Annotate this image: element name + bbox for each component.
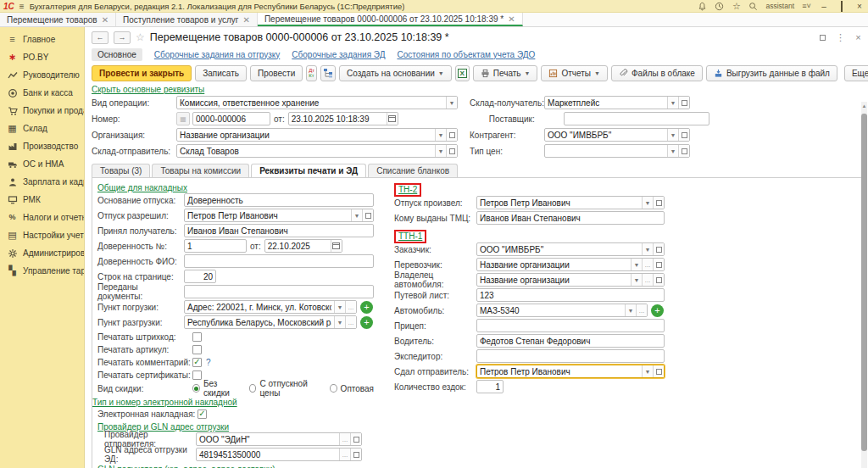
forwarder-input[interactable] <box>477 350 664 362</box>
open-link-button[interactable] <box>678 97 689 109</box>
sidebar-item-fixed-assets[interactable]: ОС и НМА <box>0 155 84 173</box>
open-link-button[interactable] <box>678 145 689 157</box>
sidebar-item-bank-cash[interactable]: Банк и касса <box>0 84 84 102</box>
forwarder-field[interactable] <box>476 349 665 363</box>
sidebar-item-purchases-sales[interactable]: Покупки и продажи <box>0 102 84 120</box>
proxy-fio-input[interactable] <box>185 255 373 267</box>
lines-per-page-field[interactable] <box>184 270 216 283</box>
choose-button[interactable]: … <box>642 274 653 286</box>
price-type-input[interactable] <box>545 145 667 157</box>
car-owner-input[interactable] <box>477 274 631 286</box>
forward-button[interactable]: → <box>114 31 131 44</box>
post-and-close-button[interactable]: Провести и закрыть <box>92 65 192 81</box>
trips-count-input[interactable] <box>477 381 503 393</box>
dropdown-button[interactable]: ▼ <box>334 316 345 328</box>
favorites-star-icon[interactable]: ☆ <box>732 2 741 11</box>
tmc-issued-field[interactable] <box>476 211 665 225</box>
sidebar-item-warehouse[interactable]: ▦Склад <box>0 120 84 137</box>
dropdown-button[interactable]: ▼ <box>642 365 653 377</box>
open-link-button[interactable] <box>350 448 361 460</box>
customer-field[interactable]: ▼ <box>476 242 665 256</box>
handed-by-field[interactable]: ▼ <box>476 365 665 378</box>
hide-requisites-link[interactable]: Скрыть основные реквизиты <box>92 85 204 94</box>
discount-no-discount-radio[interactable] <box>192 384 200 393</box>
choose-button[interactable]: … <box>642 259 653 270</box>
nav-assembly-ed[interactable]: Сборочные задания ЭД <box>292 50 385 59</box>
dropdown-button[interactable]: ▼ <box>625 304 636 316</box>
open-link-button[interactable] <box>653 197 664 209</box>
dropdown-button[interactable]: ▼ <box>631 274 642 286</box>
choose-button[interactable]: … <box>636 304 647 316</box>
dropdown-button[interactable]: ▼ <box>667 97 678 109</box>
basis-input[interactable] <box>185 194 373 206</box>
dropdown-button[interactable]: ▼ <box>435 129 446 141</box>
warehouse-receiver-field[interactable]: ▼ <box>544 96 690 109</box>
sidebar-item-main[interactable]: ≡Главное <box>0 31 84 48</box>
print-article-checkbox[interactable] <box>192 345 202 354</box>
close-form-icon[interactable]: × <box>854 33 863 42</box>
discount-wholesale-radio[interactable] <box>330 384 337 393</box>
sidebar-item-manager[interactable]: Руководителю <box>0 66 84 84</box>
provider-field[interactable]: … <box>196 432 362 446</box>
load-point-input[interactable] <box>185 301 334 313</box>
lines-per-page-input[interactable] <box>185 270 215 282</box>
warehouse-receiver-input[interactable] <box>545 97 667 109</box>
dropdown-button[interactable]: ▼ <box>667 145 678 157</box>
choose-button[interactable]: … <box>339 433 350 445</box>
organization-input[interactable] <box>177 129 435 141</box>
excel-export-button[interactable]: X <box>455 65 470 81</box>
tn2-link[interactable]: ТН-2 <box>398 185 417 194</box>
trailer-input[interactable] <box>477 320 664 332</box>
released-by-field[interactable]: ▼ <box>476 196 665 209</box>
customer-input[interactable] <box>477 243 642 255</box>
open-link-button[interactable] <box>653 243 664 255</box>
restore-button[interactable] <box>837 2 847 11</box>
tab-close-icon[interactable]: ✕ <box>243 15 250 25</box>
open-link-button[interactable] <box>362 209 373 221</box>
supplier-field[interactable] <box>564 112 709 125</box>
driver-input[interactable] <box>477 335 664 347</box>
sidebar-item-taxes[interactable]: %Налоги и отчетность <box>0 209 84 226</box>
dropdown-button[interactable]: ▼ <box>667 129 678 141</box>
car-owner-field[interactable]: ▼ … <box>476 273 665 287</box>
post-button[interactable]: Провести <box>250 65 303 81</box>
print-comment-hint-link[interactable]: ? <box>206 358 211 367</box>
dropdown-button[interactable]: ▼ <box>446 97 457 109</box>
counterparty-input[interactable] <box>545 129 667 141</box>
scrollbar-thumb[interactable] <box>861 114 867 451</box>
receiver-field[interactable] <box>184 224 374 237</box>
sidebar-item-ro-by[interactable]: ∗РО.BY <box>0 48 84 66</box>
gln-address-field[interactable]: … <box>196 448 362 461</box>
receiver-input[interactable] <box>185 225 373 237</box>
vertical-scrollbar[interactable]: ▲ <box>861 102 867 468</box>
add-load-point-button[interactable]: + <box>360 301 373 314</box>
open-link-button[interactable] <box>653 365 664 377</box>
load-point-field[interactable]: ▼ … <box>184 300 357 314</box>
ewaybill-checkbox[interactable] <box>198 410 207 419</box>
notifications-bell-icon[interactable] <box>698 2 707 11</box>
price-type-field[interactable]: ▼ <box>544 144 690 158</box>
open-link-button[interactable] <box>446 145 457 157</box>
more-menu-icon[interactable]: ⋮ <box>836 33 845 42</box>
save-button[interactable]: Записать <box>195 65 247 81</box>
car-input[interactable] <box>477 304 625 316</box>
calendar-button[interactable] <box>331 240 342 252</box>
scroll-up-icon[interactable]: ▲ <box>861 103 867 109</box>
back-button[interactable]: ← <box>92 31 108 44</box>
show-postings-button[interactable]: ДтКт <box>306 65 317 81</box>
number-input[interactable] <box>193 113 270 125</box>
released-by-input[interactable] <box>477 197 642 209</box>
counterparty-field[interactable]: ▼ <box>544 128 690 142</box>
proxy-number-input[interactable] <box>185 240 246 252</box>
discount-from-price-radio[interactable] <box>249 384 257 393</box>
nav-main[interactable]: Основное <box>92 48 142 61</box>
edit-number-icon[interactable]: ▦ <box>176 112 190 125</box>
ttn1-link[interactable]: ТТН-1 <box>398 231 422 241</box>
close-window-button[interactable]: × <box>854 2 865 11</box>
trips-count-field[interactable] <box>476 380 504 393</box>
waybill-field[interactable] <box>476 288 665 302</box>
unload-point-field[interactable]: ▼ … <box>184 315 357 329</box>
nav-assembly-shipping[interactable]: Сборочные задания на отгрузку <box>154 50 280 59</box>
date-field[interactable] <box>288 112 398 125</box>
more-button[interactable]: Еще▼ <box>844 65 868 81</box>
